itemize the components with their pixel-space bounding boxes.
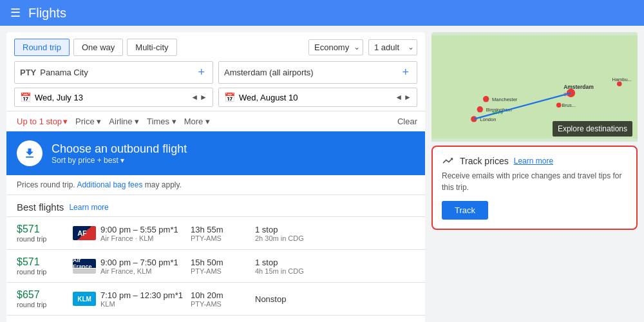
return-date-nav: ◄ ► <box>395 93 412 102</box>
depart-date-value: Wed, July 13 <box>35 93 83 102</box>
flight-row[interactable]: $571 round trip Air France 9:00 pm – 7:5… <box>6 249 425 282</box>
best-flights-learn-more[interactable]: Learn more <box>69 203 108 212</box>
airline-logo: AF✈ <box>73 226 96 240</box>
flight-stops: 1 stop 4h 15m in CDG <box>255 258 415 275</box>
menu-icon[interactable]: ☰ <box>10 6 21 20</box>
return-date-input[interactable]: 📅 Wed, August 10 ◄ ► <box>218 88 417 107</box>
svg-point-15 <box>617 82 622 87</box>
price-filter-arrow: ▾ <box>97 117 101 126</box>
flight-price: $571 round trip <box>17 223 68 243</box>
price-value: $657 <box>17 289 68 301</box>
one-way-button[interactable]: One way <box>73 39 123 56</box>
trip-type-label: round trip <box>17 235 68 243</box>
flight-row[interactable]: $657 round trip KLM 7:10 pm – 12:30 pm*1… <box>6 282 425 315</box>
search-section: Round trip One way Multi-city Economy Bu… <box>6 32 425 107</box>
flight-stops: Nonstop <box>255 294 415 304</box>
outbound-title: Choose an outbound flight <box>52 142 187 156</box>
bag-fees-prefix: Prices round trip. <box>17 180 75 189</box>
airline-filter-arrow: ▾ <box>135 117 139 126</box>
stops-value: Nonstop <box>255 294 415 304</box>
return-next-button[interactable]: ► <box>404 93 412 102</box>
flight-times: 9:00 pm – 5:55 pm*1 Air France · KLM <box>100 225 191 242</box>
destination-add-icon[interactable]: + <box>399 66 412 79</box>
flight-time-range: 9:00 pm – 7:50 pm*1 <box>100 258 191 267</box>
svg-text:$679: $679 <box>492 109 503 115</box>
flight-row[interactable]: $728 ✈ 📶 9:30 am – 7:45 am*1 15h 15m 1 s… <box>6 315 425 322</box>
flight-time-range: 9:00 pm – 5:55 pm*1 <box>100 225 191 234</box>
price-filter-label: Price <box>75 117 95 126</box>
destination-input[interactable]: Amsterdam (all airports) + <box>218 61 417 84</box>
svg-text:Hambu...: Hambu... <box>612 77 632 82</box>
filters-row: Up to 1 stop ▾ Price ▾ Airline ▾ Times ▾… <box>6 111 425 131</box>
passengers-wrapper: 1 adult 2 adults <box>368 39 417 55</box>
airline-logo-container: Air France <box>68 259 100 274</box>
track-prices-title: Track prices <box>460 156 509 166</box>
airline-filter[interactable]: Airline ▾ <box>106 115 142 128</box>
flight-duration: 10h 20m PTY-AMS <box>191 290 255 308</box>
trip-type-row: Round trip One way Multi-city Economy Bu… <box>14 39 417 56</box>
airline-logo-container: KLM <box>68 292 100 306</box>
flight-stops: 1 stop 2h 30m in CDG <box>255 225 415 242</box>
duration-value: 15h 50m <box>191 258 255 267</box>
flight-times: 7:10 pm – 12:30 pm*1 KLM <box>100 290 191 308</box>
round-trip-button[interactable]: Round trip <box>14 39 70 56</box>
destination-name: Amsterdam (all airports) <box>224 68 399 77</box>
outbound-subtitle[interactable]: Sort by price + best ▾ <box>52 156 187 165</box>
return-calendar-icon: 📅 <box>224 92 235 102</box>
flight-duration: 13h 55m PTY-AMS <box>191 225 255 242</box>
track-prices-learn-more[interactable]: Learn more <box>514 156 553 166</box>
times-filter-label: Times <box>147 117 169 126</box>
svg-text:Brus...: Brus... <box>562 102 576 108</box>
multi-city-button[interactable]: Multi-city <box>127 39 176 56</box>
outbound-banner: Choose an outbound flight Sort by price … <box>6 131 425 175</box>
route-value: PTY-AMS <box>191 267 255 275</box>
clear-filters-button[interactable]: Clear <box>397 117 417 126</box>
svg-point-12 <box>556 102 562 108</box>
flight-price: $571 round trip <box>17 256 68 276</box>
bag-fees-link[interactable]: Additional bag fees <box>77 180 142 189</box>
depart-calendar-icon: 📅 <box>20 92 31 102</box>
svg-point-3 <box>483 96 489 102</box>
duration-value: 10h 20m <box>191 290 255 300</box>
svg-point-5 <box>477 106 483 112</box>
origin-name: Panama City <box>40 68 195 77</box>
bag-fees-suffix: may apply. <box>145 180 182 189</box>
origin-input[interactable]: PTY Panama City + <box>14 61 213 84</box>
stops-filter-arrow: ▾ <box>63 117 68 126</box>
svg-text:Amsterdam: Amsterdam <box>564 84 594 90</box>
left-panel: Round trip One way Multi-city Economy Bu… <box>6 32 425 322</box>
price-filter[interactable]: Price ▾ <box>73 115 104 128</box>
airline-logo-container: AF✈ <box>68 226 100 240</box>
explore-destinations-button[interactable]: Explore destinations <box>553 121 632 137</box>
flight-row[interactable]: $571 round trip AF✈ 9:00 pm – 5:55 pm*1 … <box>6 216 425 249</box>
airline-filter-label: Airline <box>109 117 132 126</box>
stops-filter[interactable]: Up to 1 stop ▾ <box>14 115 70 128</box>
route-value: PTY-AMS <box>191 300 255 308</box>
return-prev-button[interactable]: ◄ <box>395 93 402 102</box>
trend-icon <box>442 156 455 166</box>
passengers-select[interactable]: 1 adult 2 adults <box>368 39 417 55</box>
more-filter[interactable]: More ▾ <box>182 115 213 128</box>
airline-name: Air France, KLM <box>100 267 191 275</box>
download-arrow-icon <box>23 147 36 160</box>
depart-date-nav: ◄ ► <box>191 93 207 102</box>
depart-prev-button[interactable]: ◄ <box>191 93 198 102</box>
depart-date-input[interactable]: 📅 Wed, July 13 ◄ ► <box>14 88 213 107</box>
origin-add-icon[interactable]: + <box>195 66 207 79</box>
times-filter[interactable]: Times ▾ <box>144 115 179 128</box>
bag-fees-notice: Prices round trip. Additional bag fees m… <box>6 175 425 195</box>
flight-price: $657 round trip <box>17 289 68 308</box>
track-button[interactable]: Track <box>442 201 488 220</box>
price-value: $571 <box>17 223 68 235</box>
airline-logo: KLM <box>73 292 96 306</box>
trip-type-label: round trip <box>17 301 68 308</box>
flight-times: 9:00 pm – 7:50 pm*1 Air France, KLM <box>100 258 191 275</box>
depart-next-button[interactable]: ► <box>200 93 207 102</box>
more-filter-arrow: ▾ <box>205 117 210 126</box>
via-value: 4h 15m in CDG <box>255 267 415 275</box>
stops-filter-label: Up to 1 stop <box>17 117 62 126</box>
cabin-class-select[interactable]: Economy Business First <box>308 39 363 55</box>
route-value: PTY-AMS <box>191 234 255 242</box>
stops-value: 1 stop <box>255 225 415 234</box>
return-date-value: Wed, August 10 <box>239 93 298 102</box>
